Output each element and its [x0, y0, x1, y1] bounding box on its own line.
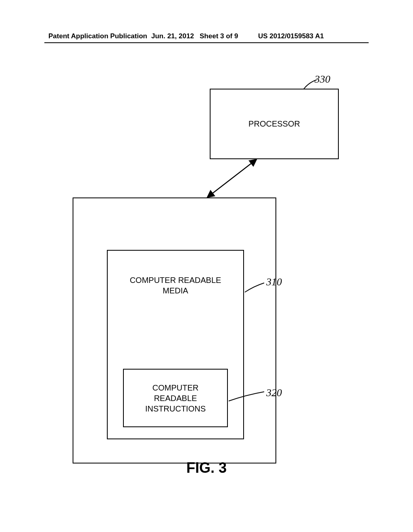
instructions-block: COMPUTER READABLE INSTRUCTIONS	[123, 369, 228, 427]
ref-label-320: 320	[266, 387, 282, 399]
ref-label-330: 330	[315, 73, 330, 85]
header-publication: Patent Application Publication	[48, 32, 147, 40]
media-label: COMPUTER READABLE MEDIA	[130, 275, 221, 296]
header-date: Jun. 21, 2012	[151, 32, 194, 40]
instructions-label: COMPUTER READABLE INSTRUCTIONS	[145, 382, 206, 414]
header-sheet: Sheet 3 of 9	[200, 32, 238, 40]
leader-310	[244, 282, 268, 294]
processor-media-arrow	[202, 159, 262, 200]
header-divider	[44, 42, 369, 43]
processor-block: PROCESSOR	[210, 89, 339, 159]
figure-diagram: 330 PROCESSOR COMPUTER READABLE MEDIA 31…	[52, 69, 359, 472]
leader-320	[228, 391, 268, 403]
ref-label-310: 310	[266, 276, 282, 288]
processor-label: PROCESSOR	[248, 119, 300, 129]
svg-line-2	[210, 161, 254, 195]
header-pubnum: US 2012/0159583 A1	[258, 32, 324, 40]
figure-caption: FIG. 3	[0, 459, 413, 476]
header-date-sheet: Jun. 21, 2012 Sheet 3 of 9	[151, 32, 238, 40]
